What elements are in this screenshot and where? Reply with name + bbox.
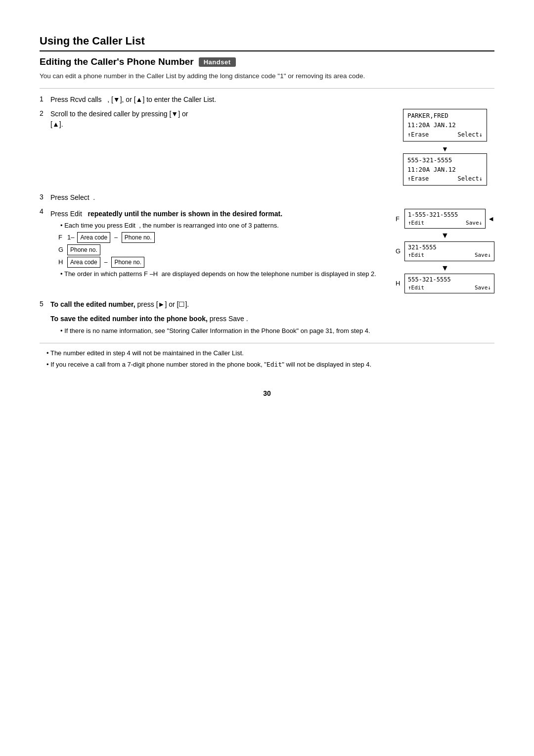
lcd-1-line1: PARKER,FRED bbox=[407, 111, 483, 121]
lcd-1-line2: 11:20A JAN.12 bbox=[407, 121, 483, 130]
lcd-2-line1: 555-321-5555 bbox=[407, 156, 483, 165]
area-code-box-f: Area code bbox=[77, 232, 110, 243]
step-5-save-line: To save the edited number into the phone… bbox=[50, 314, 494, 324]
step-5-content: To call the edited number, press [►] or … bbox=[50, 299, 494, 336]
format-g-label: G bbox=[58, 245, 64, 255]
diag-f-label: F bbox=[396, 214, 404, 224]
step-4-bullet2: The order in which patterns F –H are dis… bbox=[60, 269, 386, 279]
phone-no-box-h: Phone no. bbox=[111, 257, 144, 268]
step-2-diagram: PARKER,FRED 11:20A JAN.12 ↑Erase Select↓… bbox=[396, 109, 494, 189]
lcd-h-edit: ↑Edit bbox=[408, 284, 424, 291]
step-1: 1 Press Rcvd calls , [▼], or [▲] to ente… bbox=[40, 94, 494, 105]
phone-no-box-f: Phone no. bbox=[122, 232, 155, 243]
step-1-content: Press Rcvd calls , [▼], or [▲] to enter … bbox=[50, 94, 494, 105]
footer-bullet-1: The number edited in step 4 will not be … bbox=[46, 348, 494, 358]
subsection-title-row: Editing the Caller's Phone Number Handse… bbox=[40, 56, 494, 67]
page-wrapper: Using the Caller List Editing the Caller… bbox=[40, 35, 494, 397]
intro-text: You can edit a phone number in the Calle… bbox=[40, 71, 494, 81]
lcd-2-btn-right: Select↓ bbox=[457, 174, 483, 183]
format-g: G Phone no. bbox=[58, 244, 386, 255]
lcd-g: 321-5555 ↑Edit Save↓ bbox=[404, 241, 494, 261]
lcd-1-btn-right: Select↓ bbox=[457, 130, 483, 139]
format-f: F 1– Area code – Phone no. bbox=[58, 232, 386, 243]
step-5-bold: To call the edited number, press [►] or … bbox=[50, 300, 189, 308]
step-2-content: Scroll to the desired caller by pressing… bbox=[50, 109, 494, 189]
lcd-h: 555-321-5555 ↑Edit Save↓ bbox=[404, 274, 494, 293]
lcd-f: 1-555-321-5555 ↑Edit Save↓ bbox=[404, 209, 486, 229]
handset-badge: Handset bbox=[199, 57, 236, 67]
step-4: 4 Press Edit repeatedly until the number… bbox=[40, 207, 494, 295]
step-5: 5 To call the edited number, press [►] o… bbox=[40, 299, 494, 336]
arrow-down-1: ▼ bbox=[442, 145, 448, 152]
lcd-h-line: 555-321-5555 bbox=[408, 276, 491, 284]
section-divider bbox=[40, 50, 494, 51]
step-2-text: Scroll to the desired caller by pressing… bbox=[50, 109, 386, 130]
step-2-num: 2 bbox=[40, 109, 50, 117]
step-4-diagram: F 1-555-321-5555 ↑Edit Save↓ ◄ ▼ bbox=[396, 209, 494, 295]
footer-bullets: The number edited in step 4 will not be … bbox=[40, 343, 494, 370]
lcd-g-btns: ↑Edit Save↓ bbox=[408, 251, 491, 259]
step-5-num: 5 bbox=[40, 300, 50, 308]
lcd-f-save: Save↓ bbox=[466, 219, 482, 227]
lcd-2-line2: 11:20A JAN.12 bbox=[407, 165, 483, 175]
lcd-g-save: Save↓ bbox=[475, 251, 491, 259]
dash-f: – bbox=[114, 233, 118, 242]
thin-divider-top bbox=[40, 88, 494, 89]
lcd-1-btn-left: ↑Erase bbox=[407, 130, 429, 139]
lcd-g-edit: ↑Edit bbox=[408, 251, 424, 259]
arrow-right-f: ◄ bbox=[488, 214, 494, 224]
step-4-content: Press Edit repeatedly until the number i… bbox=[50, 207, 494, 295]
page-number: 30 bbox=[40, 389, 494, 397]
format-h-label: H bbox=[58, 257, 64, 267]
area-code-box-h: Area code bbox=[67, 257, 100, 268]
step-3-num: 3 bbox=[40, 193, 50, 201]
lcd-f-btns: ↑Edit Save↓ bbox=[408, 219, 482, 227]
diagram-group-2: PARKER,FRED 11:20A JAN.12 ↑Erase Select↓… bbox=[396, 109, 494, 189]
step-2: 2 Scroll to the desired caller by pressi… bbox=[40, 109, 494, 189]
step-1-num: 1 bbox=[40, 95, 50, 103]
lcd-f-line: 1-555-321-5555 bbox=[408, 211, 482, 219]
lcd-g-line: 321-5555 bbox=[408, 243, 491, 252]
arrow-f-g: ▼ bbox=[410, 231, 480, 240]
subsection-title: Editing the Caller's Phone Number bbox=[40, 56, 194, 67]
diag-g-label: G bbox=[396, 246, 404, 256]
step-3: 3 Press Select . bbox=[40, 192, 494, 203]
lcd-h-save: Save↓ bbox=[475, 284, 491, 291]
step-4-bullet1: Each time you press Edit , the number is… bbox=[60, 221, 386, 231]
lcd-h-btns: ↑Edit Save↓ bbox=[408, 284, 491, 291]
lcd-screen-2: 555-321-5555 11:20A JAN.12 ↑Erase Select… bbox=[403, 153, 487, 186]
lcd-2-buttons: ↑Erase Select↓ bbox=[407, 174, 483, 183]
format-f-1: 1– bbox=[67, 233, 74, 242]
footer-bullet-2: If you receive a call from a 7-digit pho… bbox=[46, 360, 494, 370]
format-f-label: F bbox=[58, 233, 64, 242]
step-4-num: 4 bbox=[40, 207, 50, 215]
arrow-g-h: ▼ bbox=[410, 263, 480, 273]
step-4-left: Press Edit repeatedly until the number i… bbox=[50, 209, 386, 295]
format-h: H Area code – Phone no. bbox=[58, 257, 386, 268]
diag-h-label: H bbox=[396, 279, 404, 288]
phone-no-box-g: Phone no. bbox=[67, 244, 100, 255]
step-3-content: Press Select . bbox=[50, 192, 494, 203]
lcd-f-edit: ↑Edit bbox=[408, 219, 424, 227]
lcd-screen-1: PARKER,FRED 11:20A JAN.12 ↑Erase Select↓ bbox=[403, 109, 487, 142]
lcd-2-btn-left: ↑Erase bbox=[407, 174, 429, 183]
section-title: Using the Caller List bbox=[40, 35, 494, 47]
lcd-1-buttons: ↑Erase Select↓ bbox=[407, 130, 483, 139]
dash-h: – bbox=[104, 258, 108, 267]
step-5-sub-bullet: • If there is no name information, see "… bbox=[60, 326, 494, 336]
